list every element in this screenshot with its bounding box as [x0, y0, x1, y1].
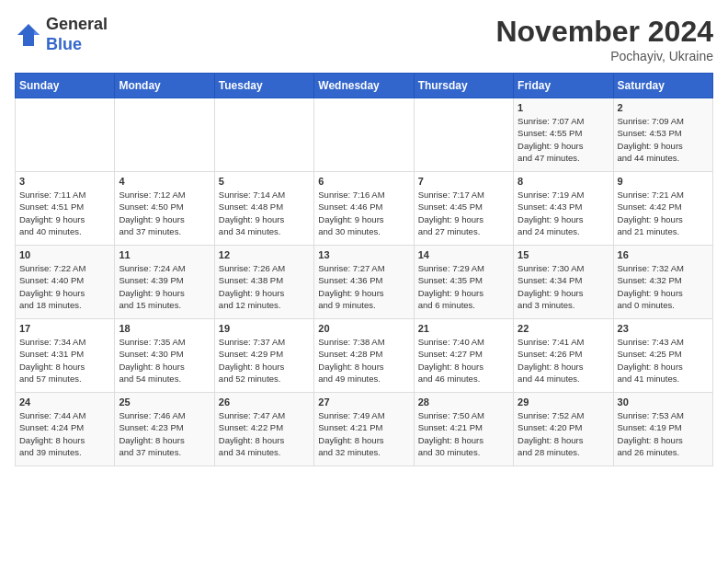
day-cell: 18Sunrise: 7:35 AM Sunset: 4:30 PM Dayli…: [115, 319, 214, 393]
day-cell: [314, 98, 414, 172]
day-info: Sunrise: 7:09 AM Sunset: 4:53 PM Dayligh…: [618, 115, 709, 164]
day-cell: 20Sunrise: 7:38 AM Sunset: 4:28 PM Dayli…: [314, 319, 414, 393]
day-info: Sunrise: 7:30 AM Sunset: 4:34 PM Dayligh…: [518, 262, 609, 311]
day-cell: 17Sunrise: 7:34 AM Sunset: 4:31 PM Dayli…: [16, 319, 115, 393]
day-cell: 16Sunrise: 7:32 AM Sunset: 4:32 PM Dayli…: [613, 246, 712, 319]
day-number: 1: [518, 102, 609, 113]
calendar-body: 1Sunrise: 7:07 AM Sunset: 4:55 PM Daylig…: [16, 98, 713, 466]
day-info: Sunrise: 7:50 AM Sunset: 4:21 PM Dayligh…: [418, 409, 509, 458]
day-number: 13: [318, 249, 409, 260]
day-info: Sunrise: 7:43 AM Sunset: 4:25 PM Dayligh…: [618, 336, 709, 385]
week-row-2: 3Sunrise: 7:11 AM Sunset: 4:51 PM Daylig…: [16, 172, 713, 246]
day-number: 28: [418, 396, 509, 408]
day-cell: 10Sunrise: 7:22 AM Sunset: 4:40 PM Dayli…: [16, 246, 115, 319]
day-info: Sunrise: 7:29 AM Sunset: 4:35 PM Dayligh…: [418, 262, 509, 311]
day-info: Sunrise: 7:17 AM Sunset: 4:45 PM Dayligh…: [418, 189, 509, 237]
week-row-5: 24Sunrise: 7:44 AM Sunset: 4:24 PM Dayli…: [16, 393, 713, 466]
weekday-header-thursday: Thursday: [414, 74, 513, 98]
day-info: Sunrise: 7:24 AM Sunset: 4:39 PM Dayligh…: [119, 262, 210, 311]
day-number: 5: [219, 176, 310, 187]
day-number: 10: [19, 249, 110, 260]
day-info: Sunrise: 7:12 AM Sunset: 4:50 PM Dayligh…: [119, 189, 210, 237]
day-cell: 5Sunrise: 7:14 AM Sunset: 4:48 PM Daylig…: [214, 172, 313, 246]
day-info: Sunrise: 7:26 AM Sunset: 4:38 PM Dayligh…: [219, 262, 310, 311]
day-info: Sunrise: 7:11 AM Sunset: 4:51 PM Dayligh…: [19, 189, 110, 237]
day-cell: 14Sunrise: 7:29 AM Sunset: 4:35 PM Dayli…: [414, 246, 513, 319]
day-info: Sunrise: 7:38 AM Sunset: 4:28 PM Dayligh…: [318, 336, 409, 385]
day-number: 3: [19, 176, 110, 187]
day-cell: 4Sunrise: 7:12 AM Sunset: 4:50 PM Daylig…: [115, 172, 214, 246]
day-cell: [214, 98, 313, 172]
day-cell: 28Sunrise: 7:50 AM Sunset: 4:21 PM Dayli…: [414, 393, 513, 466]
day-info: Sunrise: 7:53 AM Sunset: 4:19 PM Dayligh…: [618, 409, 709, 458]
weekday-header-saturday: Saturday: [613, 74, 712, 98]
week-row-4: 17Sunrise: 7:34 AM Sunset: 4:31 PM Dayli…: [16, 319, 713, 393]
day-info: Sunrise: 7:52 AM Sunset: 4:20 PM Dayligh…: [518, 409, 609, 458]
calendar-header: SundayMondayTuesdayWednesdayThursdayFrid…: [16, 74, 713, 98]
logo: General Blue: [15, 15, 108, 54]
day-number: 17: [19, 323, 110, 334]
day-cell: 22Sunrise: 7:41 AM Sunset: 4:26 PM Dayli…: [514, 319, 613, 393]
location: Pochayiv, Ukraine: [495, 49, 713, 63]
day-cell: 12Sunrise: 7:26 AM Sunset: 4:38 PM Dayli…: [214, 246, 313, 319]
day-cell: 15Sunrise: 7:30 AM Sunset: 4:34 PM Dayli…: [514, 246, 613, 319]
day-number: 25: [119, 396, 210, 408]
day-cell: 7Sunrise: 7:17 AM Sunset: 4:45 PM Daylig…: [414, 172, 513, 246]
day-number: 16: [618, 249, 709, 260]
week-row-3: 10Sunrise: 7:22 AM Sunset: 4:40 PM Dayli…: [16, 246, 713, 319]
day-cell: 1Sunrise: 7:07 AM Sunset: 4:55 PM Daylig…: [514, 98, 613, 172]
day-number: 30: [618, 396, 709, 408]
day-info: Sunrise: 7:44 AM Sunset: 4:24 PM Dayligh…: [19, 409, 110, 458]
day-info: Sunrise: 7:07 AM Sunset: 4:55 PM Dayligh…: [518, 115, 609, 164]
day-number: 27: [318, 396, 409, 408]
day-cell: 29Sunrise: 7:52 AM Sunset: 4:20 PM Dayli…: [514, 393, 613, 466]
page-header: General Blue November 2024 Pochayiv, Ukr…: [15, 15, 713, 63]
day-cell: 11Sunrise: 7:24 AM Sunset: 4:39 PM Dayli…: [115, 246, 214, 319]
day-number: 24: [19, 396, 110, 408]
day-info: Sunrise: 7:19 AM Sunset: 4:43 PM Dayligh…: [518, 189, 609, 237]
day-cell: 24Sunrise: 7:44 AM Sunset: 4:24 PM Dayli…: [16, 393, 115, 466]
day-info: Sunrise: 7:35 AM Sunset: 4:30 PM Dayligh…: [119, 336, 210, 385]
weekday-header-tuesday: Tuesday: [214, 74, 313, 98]
day-cell: 25Sunrise: 7:46 AM Sunset: 4:23 PM Dayli…: [115, 393, 214, 466]
day-number: 6: [318, 176, 409, 187]
day-number: 2: [618, 102, 709, 113]
day-number: 4: [119, 176, 210, 187]
day-cell: 3Sunrise: 7:11 AM Sunset: 4:51 PM Daylig…: [16, 172, 115, 246]
day-info: Sunrise: 7:22 AM Sunset: 4:40 PM Dayligh…: [19, 262, 110, 311]
day-cell: 21Sunrise: 7:40 AM Sunset: 4:27 PM Dayli…: [414, 319, 513, 393]
weekday-header-friday: Friday: [514, 74, 613, 98]
day-number: 26: [219, 396, 310, 408]
day-number: 23: [618, 323, 709, 334]
day-number: 29: [518, 396, 609, 408]
day-cell: 19Sunrise: 7:37 AM Sunset: 4:29 PM Dayli…: [214, 319, 313, 393]
day-number: 12: [219, 249, 310, 260]
day-info: Sunrise: 7:32 AM Sunset: 4:32 PM Dayligh…: [618, 262, 709, 311]
day-cell: 26Sunrise: 7:47 AM Sunset: 4:22 PM Dayli…: [214, 393, 313, 466]
day-info: Sunrise: 7:21 AM Sunset: 4:42 PM Dayligh…: [618, 189, 709, 237]
logo-icon: [15, 21, 42, 49]
title-block: November 2024 Pochayiv, Ukraine: [495, 15, 713, 63]
day-cell: 9Sunrise: 7:21 AM Sunset: 4:42 PM Daylig…: [613, 172, 712, 246]
day-number: 22: [518, 323, 609, 334]
weekday-header-wednesday: Wednesday: [314, 74, 414, 98]
day-info: Sunrise: 7:46 AM Sunset: 4:23 PM Dayligh…: [119, 409, 210, 458]
day-number: 15: [518, 249, 609, 260]
day-cell: 6Sunrise: 7:16 AM Sunset: 4:46 PM Daylig…: [314, 172, 414, 246]
day-info: Sunrise: 7:27 AM Sunset: 4:36 PM Dayligh…: [318, 262, 409, 311]
day-number: 19: [219, 323, 310, 334]
day-info: Sunrise: 7:14 AM Sunset: 4:48 PM Dayligh…: [219, 189, 310, 237]
day-number: 7: [418, 176, 509, 187]
day-info: Sunrise: 7:41 AM Sunset: 4:26 PM Dayligh…: [518, 336, 609, 385]
day-info: Sunrise: 7:47 AM Sunset: 4:22 PM Dayligh…: [219, 409, 310, 458]
day-number: 21: [418, 323, 509, 334]
day-cell: 8Sunrise: 7:19 AM Sunset: 4:43 PM Daylig…: [514, 172, 613, 246]
day-number: 18: [119, 323, 210, 334]
day-info: Sunrise: 7:37 AM Sunset: 4:29 PM Dayligh…: [219, 336, 310, 385]
day-info: Sunrise: 7:16 AM Sunset: 4:46 PM Dayligh…: [318, 189, 409, 237]
day-cell: 2Sunrise: 7:09 AM Sunset: 4:53 PM Daylig…: [613, 98, 712, 172]
day-cell: 23Sunrise: 7:43 AM Sunset: 4:25 PM Dayli…: [613, 319, 712, 393]
day-cell: [414, 98, 513, 172]
day-cell: [115, 98, 214, 172]
day-cell: 13Sunrise: 7:27 AM Sunset: 4:36 PM Dayli…: [314, 246, 414, 319]
